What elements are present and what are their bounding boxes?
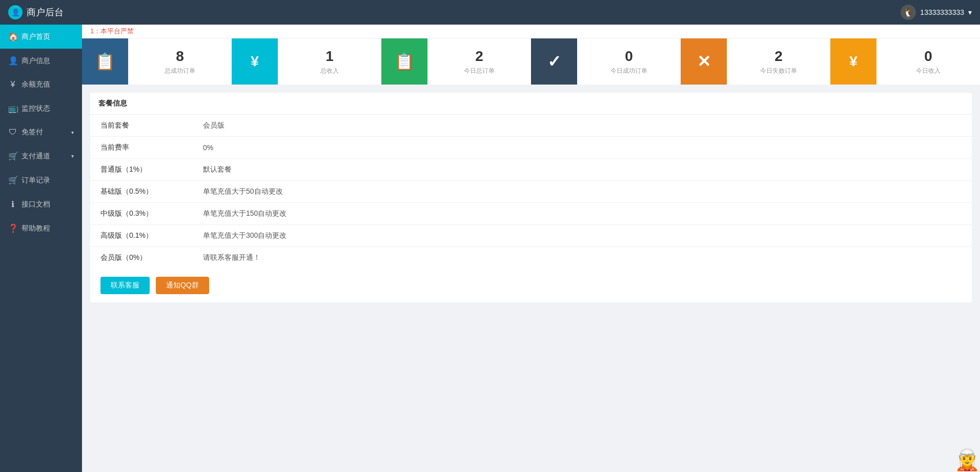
stat-number-3: 0	[625, 48, 633, 65]
sidebar-label-orders: 订单记录	[22, 176, 50, 185]
recharge-icon: ¥	[8, 80, 17, 89]
clipboard-icon: 📋	[95, 52, 115, 71]
help-icon: ❓	[8, 223, 17, 233]
package-section: 套餐信息 当前套餐 会员版 当前费率 0% 普通版（1%） 默认套餐	[90, 93, 972, 302]
table-row: 高级版（0.1%） 单笔充值大于300自动更改	[90, 225, 972, 247]
sidebar-label-merchant-info: 商户信息	[22, 56, 50, 66]
sidebar-item-help[interactable]: ❓ 帮助教程	[0, 216, 82, 240]
sidebar-label-home: 商户首页	[22, 32, 50, 42]
api-icon: ℹ	[8, 199, 17, 209]
yuan-icon-1: ¥	[251, 53, 259, 70]
row-label-0: 当前套餐	[90, 115, 193, 137]
sidebar-item-free-sign[interactable]: 🛡 免签付 ▾	[0, 120, 82, 144]
header: 👤 商户后台 🐧 13333333333 ▾	[0, 0, 980, 25]
row-value-5: 单笔充值大于300自动更改	[193, 225, 972, 247]
stat-card-5: ¥ 0 今日收入	[830, 38, 980, 85]
sidebar-label-recharge: 余额充值	[22, 80, 50, 89]
sidebar-item-orders[interactable]: 🛒 订单记录	[0, 168, 82, 192]
qq-group-button[interactable]: 通知QQ群	[156, 277, 209, 294]
row-value-0: 会员版	[193, 115, 972, 137]
row-value-2: 默认套餐	[193, 159, 972, 181]
user-icon: 👤	[8, 56, 17, 66]
sidebar-item-home[interactable]: 🏠 商户首页	[0, 25, 82, 49]
sidebar-label-help: 帮助教程	[22, 224, 50, 233]
yuan-icon-5: ¥	[849, 53, 858, 70]
sidebar-item-api-docs[interactable]: ℹ 接口文档	[0, 192, 82, 216]
stat-label-4: 今日失败订单	[760, 67, 797, 75]
stat-info-0: 8 总成功订单	[128, 43, 232, 80]
header-user-icon: 👤	[8, 5, 23, 19]
header-title: 商户后台	[27, 6, 64, 18]
table-row: 基础版（0.5%） 单笔充值大于50自动更改	[90, 181, 972, 203]
table-row: 中级版（0.3%） 单笔充值大于150自动更改	[90, 203, 972, 225]
row-label-3: 基础版（0.5%）	[90, 181, 193, 203]
shield-icon: 🛡	[8, 128, 17, 137]
stat-number-4: 2	[774, 48, 783, 65]
stat-info-1: 1 总收入	[278, 43, 381, 80]
sidebar-label-free-sign: 免签付	[22, 128, 43, 137]
stat-info-3: 0 今日成功订单	[577, 43, 681, 80]
table-row: 当前套餐 会员版	[90, 115, 972, 137]
header-right: 🐧 13333333333 ▾	[901, 5, 972, 20]
notice-text: 1：本平台严禁	[90, 27, 134, 35]
button-row: 联系客服 通知QQ群	[90, 269, 972, 302]
stat-label-0: 总成功订单	[165, 67, 195, 75]
stat-card-4: ✕ 2 今日失败订单	[681, 38, 830, 85]
package-section-title: 套餐信息	[90, 93, 972, 115]
row-label-4: 中级版（0.3%）	[90, 203, 193, 225]
stat-number-2: 2	[475, 48, 483, 65]
table-row: 会员版（0%） 请联系客服开通！	[90, 247, 972, 269]
arrow-icon-2: ▾	[71, 153, 74, 159]
cross-icon: ✕	[697, 52, 711, 71]
stat-card-0: 📋 8 总成功订单	[82, 38, 232, 85]
orders-icon: 🛒	[8, 175, 17, 185]
stat-info-4: 2 今日失败订单	[727, 43, 830, 80]
row-value-3: 单笔充值大于50自动更改	[193, 181, 972, 203]
stat-icon-total-orders: 📋	[82, 38, 128, 85]
stat-number-0: 8	[176, 48, 184, 65]
package-table: 当前套餐 会员版 当前费率 0% 普通版（1%） 默认套餐 基础版（0.5%） …	[90, 115, 972, 269]
header-avatar: 🐧	[901, 5, 916, 20]
row-label-1: 当前费率	[90, 137, 193, 159]
stat-label-3: 今日成功订单	[610, 67, 647, 75]
row-value-4: 单笔充值大于150自动更改	[193, 203, 972, 225]
row-value-1: 0%	[193, 137, 972, 159]
stat-card-3: ✓ 0 今日成功订单	[531, 38, 681, 85]
row-label-2: 普通版（1%）	[90, 159, 193, 181]
check-icon: ✓	[547, 52, 561, 71]
header-dropdown-icon[interactable]: ▾	[968, 8, 972, 16]
stats-row: 📋 8 总成功订单 ¥ 1 总收入 📋	[82, 38, 980, 85]
notice-bar: 1：本平台严禁	[82, 25, 980, 38]
sidebar-item-merchant-info[interactable]: 👤 商户信息	[0, 49, 82, 73]
stat-card-1: ¥ 1 总收入	[232, 38, 381, 85]
contact-service-button[interactable]: 联系客服	[100, 277, 150, 294]
stat-icon-today-success: ✓	[531, 38, 577, 85]
stat-info-2: 2 今日总订单	[427, 43, 531, 80]
stat-icon-total-income: ¥	[232, 38, 278, 85]
monitor-icon: 📺	[8, 104, 17, 113]
header-username: 13333333333	[920, 8, 964, 16]
sidebar-item-payment[interactable]: 🛒 支付通道 ▾	[0, 144, 82, 168]
stat-label-1: 总收入	[320, 67, 339, 75]
row-label-6: 会员版（0%）	[90, 247, 193, 269]
stat-icon-today-income: ¥	[830, 38, 876, 85]
clipboard-icon-2: 📋	[394, 52, 415, 71]
sidebar: 🏠 商户首页 👤 商户信息 ¥ 余额充值 📺 监控状态 🛡 免签付 ▾ 🛒 支付…	[0, 25, 82, 472]
stat-icon-today-orders: 📋	[381, 38, 427, 85]
row-label-5: 高级版（0.1%）	[90, 225, 193, 247]
table-row: 当前费率 0%	[90, 137, 972, 159]
table-row: 普通版（1%） 默认套餐	[90, 159, 972, 181]
row-value-6: 请联系客服开通！	[193, 247, 972, 269]
sidebar-item-recharge[interactable]: ¥ 余额充值	[0, 73, 82, 96]
sidebar-item-monitor[interactable]: 📺 监控状态	[0, 96, 82, 120]
stat-label-5: 今日收入	[916, 67, 941, 75]
sidebar-label-payment: 支付通道	[22, 152, 50, 161]
stat-info-5: 0 今日收入	[876, 43, 980, 80]
stat-number-5: 0	[924, 48, 932, 65]
stat-icon-today-fail: ✕	[681, 38, 727, 85]
sidebar-label-api-docs: 接口文档	[22, 200, 50, 209]
stat-label-2: 今日总订单	[464, 67, 495, 75]
header-left: 👤 商户后台	[8, 5, 64, 19]
sidebar-label-monitor: 监控状态	[22, 104, 50, 113]
payment-icon: 🛒	[8, 151, 17, 161]
